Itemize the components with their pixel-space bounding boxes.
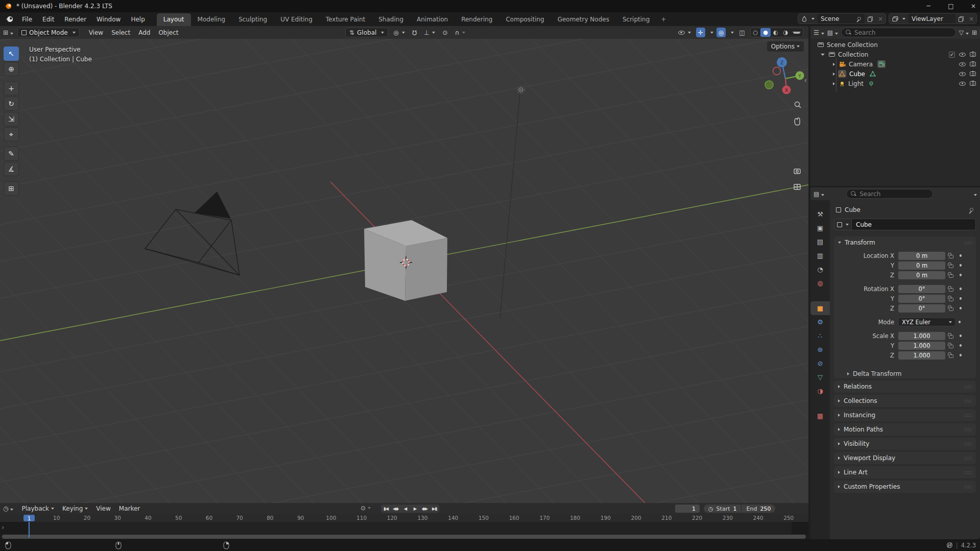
viewport-menu-view[interactable]: View xyxy=(85,28,107,38)
tab-uv-editing[interactable]: UV Editing xyxy=(274,13,319,26)
zoom-button[interactable] xyxy=(795,102,801,108)
expand-arrow-icon[interactable] xyxy=(833,82,835,85)
blender-logo-icon[interactable] xyxy=(5,15,14,23)
expand-arrow-icon[interactable] xyxy=(833,63,835,66)
expand-arrow-icon[interactable] xyxy=(833,73,835,76)
close-icon[interactable]: × xyxy=(875,15,886,22)
scene-selector[interactable]: Scene × xyxy=(798,13,886,24)
menu-edit[interactable]: Edit xyxy=(38,14,59,25)
menu-render[interactable]: Render xyxy=(60,14,91,25)
jump-start-button[interactable]: ▮◀ xyxy=(381,505,391,513)
editor-type-icon[interactable]: ⊞ xyxy=(3,29,13,36)
next-keyframe-button[interactable]: ◆▶ xyxy=(420,505,429,513)
camera-data-icon[interactable] xyxy=(877,60,886,68)
options-button[interactable]: Options xyxy=(767,41,804,52)
tab-shading[interactable]: Shading xyxy=(372,13,410,26)
outliner-row-light[interactable]: Light xyxy=(810,79,980,88)
disable-render-icon[interactable] xyxy=(970,81,976,86)
close-icon[interactable]: × xyxy=(966,15,976,22)
viewport-menu-add[interactable]: Add xyxy=(134,28,154,38)
disable-render-icon[interactable] xyxy=(970,62,976,66)
properties-tab-modifiers[interactable]: ⚙ xyxy=(810,315,830,329)
tool-rotate[interactable]: ↻ xyxy=(4,97,19,111)
cube-object[interactable] xyxy=(364,220,447,301)
properties-tab-scene[interactable]: ◔ xyxy=(810,262,830,276)
scene-name[interactable]: Scene xyxy=(821,15,840,22)
shading-rendered[interactable]: ◑ xyxy=(780,29,791,36)
properties-tab-render[interactable]: ▣ xyxy=(810,221,830,235)
tab-compositing[interactable]: Compositing xyxy=(499,13,551,26)
outliner-row-cube[interactable]: Cube xyxy=(810,69,980,79)
properties-tab-texture[interactable]: ▦ xyxy=(810,409,830,423)
menu-window[interactable]: Window xyxy=(92,14,125,25)
animate-dot[interactable] xyxy=(960,288,962,290)
drag-grip-icon[interactable]: ∷∷ xyxy=(964,413,972,418)
outliner-row-scene-collection[interactable]: Scene Collection xyxy=(810,40,980,50)
panel-header-instancing[interactable]: Instancing∷∷ xyxy=(834,409,976,421)
xray-toggle[interactable]: ◫ xyxy=(737,28,747,37)
tool-annotate[interactable]: ✎ xyxy=(4,147,19,161)
panel-header-visibility[interactable]: Visibility∷∷ xyxy=(834,438,976,450)
expand-arrow[interactable]: › xyxy=(2,523,4,531)
tab-scripting[interactable]: Scripting xyxy=(616,13,656,26)
tab-modeling[interactable]: Modeling xyxy=(191,13,232,26)
navigation-gizmo[interactable]: Z Y X xyxy=(765,57,804,94)
jump-end-button[interactable]: ▶▮ xyxy=(429,505,439,513)
shading-solid[interactable]: ● xyxy=(760,28,771,37)
tool-select-box[interactable]: ↖ xyxy=(4,46,19,61)
pivot-point-dropdown[interactable]: ◎ xyxy=(391,28,407,37)
gizmo-y-negative[interactable] xyxy=(765,81,773,89)
new-scene-button[interactable] xyxy=(865,14,875,23)
new-collection-icon[interactable]: ⊞ xyxy=(972,29,977,36)
panel-header-custom-properties[interactable]: Custom Properties∷∷ xyxy=(834,481,976,493)
tab-texture-paint[interactable]: Texture Paint xyxy=(319,13,372,26)
animate-dot[interactable] xyxy=(960,354,962,356)
outliner-row-camera[interactable]: Camera xyxy=(810,59,980,69)
tab-rendering[interactable]: Rendering xyxy=(455,13,499,26)
collection-checkbox[interactable]: ✓ xyxy=(949,52,955,58)
value-field[interactable]: 1.000 xyxy=(898,351,945,360)
lock-open-icon[interactable] xyxy=(949,255,953,258)
tool-add-cube[interactable]: ⊞ xyxy=(4,181,19,196)
timeline-menu-marker[interactable]: Marker xyxy=(115,504,144,513)
disable-render-icon[interactable] xyxy=(970,52,976,57)
value-field[interactable]: 1.000 xyxy=(898,332,945,340)
play-reverse-button[interactable]: ◀ xyxy=(400,505,410,513)
transform-panel-header[interactable]: Transform ∷∷ xyxy=(834,236,976,249)
timeline-menu-keying[interactable]: Keying xyxy=(58,504,92,513)
camera-view-button[interactable] xyxy=(794,169,800,174)
tool-measure[interactable]: ∡ xyxy=(4,162,19,176)
start-frame-field[interactable]: ◷Start1 xyxy=(704,505,741,513)
tab-animation[interactable]: Animation xyxy=(410,13,455,26)
properties-tab-physics[interactable]: ⊚ xyxy=(810,343,830,356)
panel-header-relations[interactable]: Relations∷∷ xyxy=(834,380,976,393)
animate-dot[interactable] xyxy=(959,321,961,323)
drag-grip-icon[interactable]: ∷∷ xyxy=(964,240,972,246)
viewport-menu-select[interactable]: Select xyxy=(107,28,134,38)
minimize-button[interactable]: ─ xyxy=(925,3,932,10)
lock-open-icon[interactable] xyxy=(949,335,953,339)
pin-icon[interactable] xyxy=(856,16,862,21)
search-input[interactable] xyxy=(854,29,951,36)
snap-target-dropdown[interactable]: ⊥ xyxy=(422,28,437,37)
sidebar-collapse-arrow[interactable]: ‹ xyxy=(804,76,807,84)
maximize-button[interactable]: □ xyxy=(947,3,954,10)
hide-eye-icon[interactable] xyxy=(959,62,966,66)
shading-material[interactable]: ◐ xyxy=(771,29,781,36)
current-frame-chip[interactable]: 1 xyxy=(23,515,35,521)
camera-object[interactable] xyxy=(145,191,240,275)
light-object[interactable] xyxy=(500,86,525,319)
properties-tab-constraints[interactable]: ⊘ xyxy=(810,356,830,370)
panel-header-line-art[interactable]: Line Art∷∷ xyxy=(834,466,976,478)
current-frame-field[interactable]: 1 xyxy=(675,505,700,513)
proportional-falloff-dropdown[interactable]: ∩ xyxy=(453,28,468,37)
shading-wireframe[interactable]: ○ xyxy=(751,29,761,36)
tool-move[interactable]: + xyxy=(4,81,19,95)
drag-grip-icon[interactable]: ∷∷ xyxy=(964,484,972,490)
properties-tab-material[interactable]: ◑ xyxy=(810,384,830,398)
editor-type-icon[interactable]: ▤ xyxy=(814,190,824,198)
properties-tab-particles[interactable]: ∴ xyxy=(810,329,830,343)
value-field[interactable]: 0° xyxy=(898,295,945,303)
animate-dot[interactable] xyxy=(960,334,962,337)
viewlayer-selector[interactable]: ViewLayer × xyxy=(889,13,977,24)
